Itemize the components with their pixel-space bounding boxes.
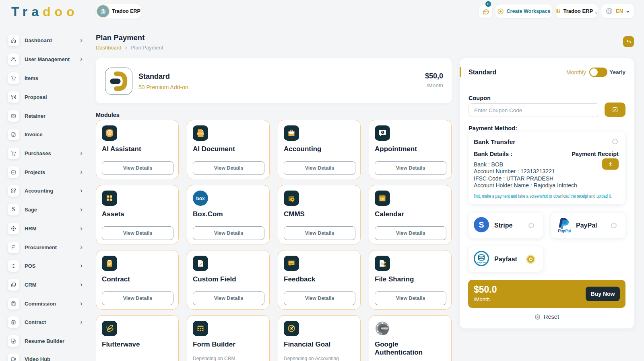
svg-text:box: box <box>196 196 205 201</box>
svg-text:Ai: Ai <box>199 132 202 135</box>
svg-text:PayFast: PayFast <box>477 261 486 264</box>
svg-text:PayPal: PayPal <box>558 229 571 233</box>
svg-text:S: S <box>479 220 484 229</box>
